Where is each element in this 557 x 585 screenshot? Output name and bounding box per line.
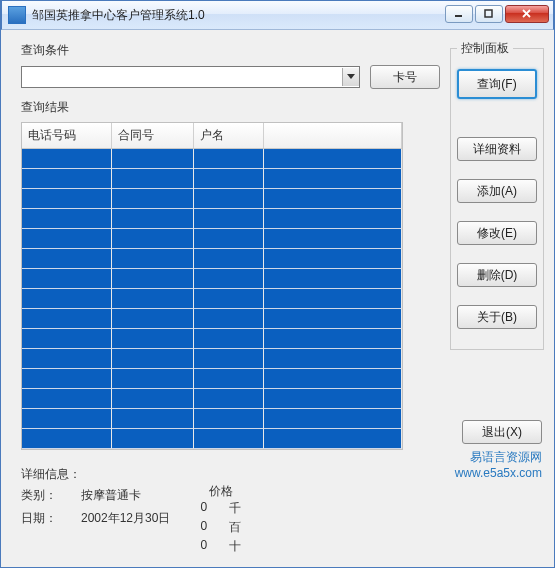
close-button[interactable]	[505, 5, 549, 23]
table-cell	[194, 229, 264, 249]
table-cell	[112, 369, 194, 389]
maximize-icon	[484, 9, 494, 19]
table-row[interactable]	[22, 269, 402, 289]
date-label: 日期：	[21, 510, 61, 527]
table-cell	[22, 309, 112, 329]
table-cell	[112, 189, 194, 209]
table-cell	[112, 209, 194, 229]
details-heading: 详细信息：	[21, 466, 440, 483]
table-row[interactable]	[22, 249, 402, 269]
app-window: 邹国英推拿中心客户管理系统1.0 查询条件 卡	[0, 0, 555, 568]
table-cell	[22, 369, 112, 389]
table-cell	[22, 429, 112, 449]
table-cell	[22, 349, 112, 369]
watermark-line2: www.e5a5x.com	[455, 466, 542, 482]
exit-button[interactable]: 退出(X)	[462, 420, 542, 444]
results-section-label: 查询结果	[21, 99, 440, 116]
results-grid[interactable]: 电话号码 合同号 户名	[21, 122, 403, 450]
col-contract[interactable]: 合同号	[112, 123, 194, 148]
table-row[interactable]	[22, 349, 402, 369]
details-section: 详细信息： 类别： 按摩普通卡 日期： 2002年12月30日 价格	[21, 466, 440, 559]
search-input[interactable]	[22, 68, 342, 86]
price-grid: 价格 0 千 0 百 0 十	[200, 483, 241, 555]
table-cell	[194, 389, 264, 409]
table-cell	[112, 389, 194, 409]
table-cell	[194, 189, 264, 209]
table-cell	[112, 169, 194, 189]
edit-button[interactable]: 修改(E)	[457, 221, 537, 245]
table-cell	[22, 269, 112, 289]
table-cell	[264, 429, 402, 449]
col-phone[interactable]: 电话号码	[22, 123, 112, 148]
table-cell	[22, 249, 112, 269]
table-row[interactable]	[22, 309, 402, 329]
table-cell	[194, 369, 264, 389]
minimize-button[interactable]	[445, 5, 473, 23]
table-cell	[194, 269, 264, 289]
grid-body	[22, 149, 402, 449]
table-row[interactable]	[22, 329, 402, 349]
table-cell	[264, 209, 402, 229]
search-row: 卡号	[21, 65, 440, 89]
table-cell	[194, 329, 264, 349]
details-kv-block: 类别： 按摩普通卡 日期： 2002年12月30日	[21, 487, 170, 533]
table-row[interactable]	[22, 389, 402, 409]
table-cell	[22, 189, 112, 209]
price-bai-value: 0	[200, 519, 207, 536]
table-row[interactable]	[22, 289, 402, 309]
table-cell	[112, 149, 194, 169]
svg-marker-4	[347, 74, 355, 79]
date-value: 2002年12月30日	[81, 510, 170, 527]
add-button[interactable]: 添加(A)	[457, 179, 537, 203]
price-bai-label: 百	[229, 519, 241, 536]
table-row[interactable]	[22, 149, 402, 169]
table-row[interactable]	[22, 429, 402, 449]
table-cell	[264, 409, 402, 429]
card-number-button[interactable]: 卡号	[370, 65, 440, 89]
delete-button[interactable]: 删除(D)	[457, 263, 537, 287]
table-cell	[22, 389, 112, 409]
table-cell	[112, 429, 194, 449]
query-button[interactable]: 查询(F)	[457, 69, 537, 99]
col-name[interactable]: 户名	[194, 123, 264, 148]
table-row[interactable]	[22, 209, 402, 229]
about-button[interactable]: 关于(B)	[457, 305, 537, 329]
table-cell	[264, 269, 402, 289]
panel-buttons: 查询(F) 详细资料 添加(A) 修改(E) 删除(D) 关于(B)	[457, 69, 537, 347]
app-icon	[8, 6, 26, 24]
table-cell	[264, 369, 402, 389]
svg-rect-1	[485, 10, 492, 17]
table-cell	[264, 349, 402, 369]
table-cell	[194, 249, 264, 269]
titlebar[interactable]: 邹国英推拿中心客户管理系统1.0	[1, 0, 554, 30]
table-cell	[112, 329, 194, 349]
table-cell	[112, 249, 194, 269]
chevron-down-icon[interactable]	[342, 68, 359, 86]
window-controls	[443, 5, 549, 25]
col-spacer	[264, 123, 402, 148]
table-cell	[22, 229, 112, 249]
table-cell	[112, 349, 194, 369]
table-cell	[194, 429, 264, 449]
minimize-icon	[454, 9, 464, 19]
table-cell	[264, 329, 402, 349]
detail-button[interactable]: 详细资料	[457, 137, 537, 161]
grid-header: 电话号码 合同号 户名	[22, 123, 402, 149]
search-combo[interactable]	[21, 66, 360, 88]
table-row[interactable]	[22, 369, 402, 389]
table-row[interactable]	[22, 409, 402, 429]
maximize-button[interactable]	[475, 5, 503, 23]
table-row[interactable]	[22, 169, 402, 189]
price-qian-value: 0	[200, 500, 207, 517]
table-row[interactable]	[22, 229, 402, 249]
table-cell	[112, 409, 194, 429]
type-value: 按摩普通卡	[81, 487, 141, 504]
table-cell	[194, 289, 264, 309]
table-cell	[194, 309, 264, 329]
price-title: 价格	[200, 483, 241, 500]
table-row[interactable]	[22, 189, 402, 209]
table-cell	[112, 309, 194, 329]
control-panel-title: 控制面板	[457, 40, 513, 57]
table-cell	[264, 289, 402, 309]
table-cell	[264, 229, 402, 249]
